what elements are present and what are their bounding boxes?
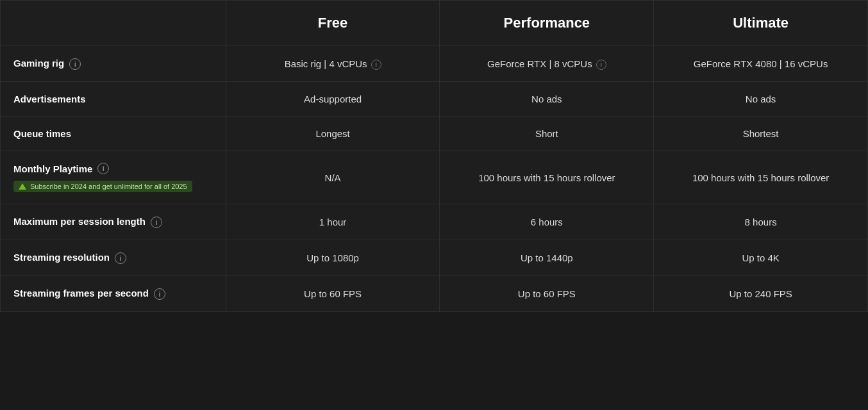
cell-value: Up to 1440p — [521, 252, 573, 263]
cell-value: Shortest — [743, 128, 779, 139]
feature-label: Advertisements — [13, 94, 86, 104]
value-cell-2-0: Longest — [226, 117, 440, 151]
header-plan-performance: Performance — [440, 1, 654, 46]
value-cell-3-0: N/A — [226, 151, 440, 204]
cell-value: Ad-supported — [304, 94, 362, 104]
comparison-table: FreePerformanceUltimate Gaming rigiBasic… — [0, 0, 868, 312]
value-cell-6-0: Up to 60 FPS — [226, 276, 440, 312]
value-cell-5-2: Up to 4K — [654, 240, 868, 276]
feature-label: Gaming rig — [13, 58, 64, 69]
info-icon[interactable]: i — [69, 58, 81, 70]
cell-value: Basic rig | 4 vCPUs — [285, 58, 367, 69]
feature-label: Queue times — [13, 128, 71, 139]
feature-label: Streaming resolution — [13, 252, 110, 263]
value-cell-6-1: Up to 60 FPS — [440, 276, 654, 312]
value-cell-1-0: Ad-supported — [226, 82, 440, 117]
cell-value: Up to 1080p — [306, 252, 359, 263]
value-cell-6-2: Up to 240 FPS — [654, 276, 868, 312]
value-cell-1-2: No ads — [654, 82, 868, 117]
cell-value: Up to 60 FPS — [518, 288, 576, 299]
cell-value: Up to 240 FPS — [729, 288, 792, 299]
cell-value: 8 hours — [745, 217, 777, 227]
header-feature-col — [1, 1, 226, 46]
value-cell-0-0: Basic rig | 4 vCPUsi — [226, 46, 440, 82]
info-icon[interactable]: i — [115, 252, 126, 264]
value-cell-4-1: 6 hours — [440, 204, 654, 240]
info-icon[interactable]: i — [154, 288, 165, 300]
info-icon-sm[interactable]: i — [371, 60, 381, 70]
header-plan-ultimate: Ultimate — [654, 1, 868, 46]
cell-value: 6 hours — [531, 217, 563, 227]
cell-value: 1 hour — [319, 217, 347, 227]
header-plan-free: Free — [226, 1, 440, 46]
info-icon[interactable]: i — [151, 217, 162, 228]
value-cell-4-0: 1 hour — [226, 204, 440, 240]
promo-badge: Subscribe in 2024 and get unlimited for … — [13, 181, 192, 192]
value-cell-0-1: GeForce RTX | 8 vCPUsi — [440, 46, 654, 82]
cell-value: 100 hours with 15 hours rollover — [478, 172, 615, 183]
cell-value: Short — [535, 128, 558, 139]
cell-value: Longest — [315, 128, 349, 139]
cell-value: GeForce RTX 4080 | 16 vCPUs — [694, 58, 828, 69]
value-cell-3-2: 100 hours with 15 hours rollover — [654, 151, 868, 204]
table-row: Streaming resolutioniUp to 1080pUp to 14… — [1, 240, 868, 276]
feature-cell-4: Maximum per session lengthi — [1, 204, 226, 240]
value-cell-0-2: GeForce RTX 4080 | 16 vCPUs — [654, 46, 868, 82]
feature-cell-1: Advertisements — [1, 82, 226, 117]
feature-cell-0: Gaming rigi — [1, 46, 226, 82]
table-row: Maximum per session lengthi1 hour6 hours… — [1, 204, 868, 240]
table-row: Streaming frames per secondiUp to 60 FPS… — [1, 276, 868, 312]
table-row: Gaming rigiBasic rig | 4 vCPUsiGeForce R… — [1, 46, 868, 82]
cell-value: No ads — [746, 94, 776, 104]
info-icon[interactable]: i — [97, 163, 109, 174]
value-cell-3-1: 100 hours with 15 hours rollover — [440, 151, 654, 204]
value-cell-2-1: Short — [440, 117, 654, 151]
table-row: AdvertisementsAd-supportedNo adsNo ads — [1, 82, 868, 117]
feature-label: Monthly Playtime — [13, 163, 92, 174]
feature-label: Maximum per session length — [13, 216, 146, 227]
cell-value: Up to 60 FPS — [304, 288, 362, 299]
feature-cell-6: Streaming frames per secondi — [1, 276, 226, 312]
cell-value: 100 hours with 15 hours rollover — [692, 172, 829, 183]
feature-cell-2: Queue times — [1, 117, 226, 151]
table-row: Monthly PlaytimeiSubscribe in 2024 and g… — [1, 151, 868, 204]
cell-value: No ads — [531, 94, 562, 104]
feature-cell-3: Monthly PlaytimeiSubscribe in 2024 and g… — [1, 151, 226, 204]
value-cell-2-2: Shortest — [654, 117, 868, 151]
cell-value: N/A — [325, 172, 341, 183]
table-row: Queue timesLongestShortShortest — [1, 117, 868, 151]
feature-label: Streaming frames per second — [13, 288, 149, 299]
value-cell-4-2: 8 hours — [654, 204, 868, 240]
comparison-table-container: FreePerformanceUltimate Gaming rigiBasic… — [0, 0, 868, 410]
feature-cell-5: Streaming resolutioni — [1, 240, 226, 276]
value-cell-5-0: Up to 1080p — [226, 240, 440, 276]
cell-value: GeForce RTX | 8 vCPUs — [487, 58, 592, 69]
cell-value: Up to 4K — [742, 252, 779, 263]
value-cell-5-1: Up to 1440p — [440, 240, 654, 276]
info-icon-sm[interactable]: i — [596, 60, 606, 70]
value-cell-1-1: No ads — [440, 82, 654, 117]
